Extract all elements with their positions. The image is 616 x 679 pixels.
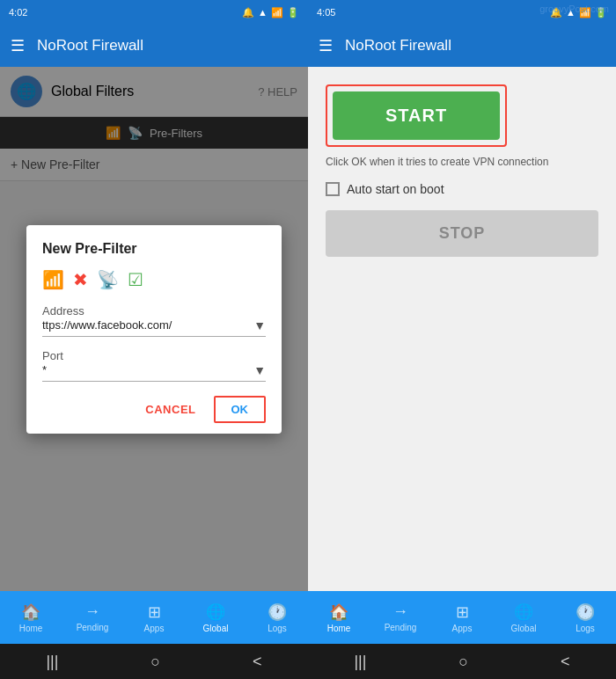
left-top-bar: ☰ NoRoot Firewall: [0, 25, 308, 67]
left-apps-icon: ⊞: [148, 602, 161, 622]
right-system-nav: ||| ○ <: [308, 644, 616, 679]
cancel-button[interactable]: CANCEL: [135, 396, 206, 423]
left-nav-pending[interactable]: → Pending: [62, 602, 123, 632]
right-nav-apps-label: Apps: [452, 624, 473, 633]
start-button[interactable]: START: [333, 91, 500, 140]
battery-icon: 🔋: [287, 7, 299, 18]
right-nav-pending-label: Pending: [385, 623, 417, 632]
right-nav-pending[interactable]: → Pending: [370, 602, 431, 632]
auto-start-row[interactable]: Auto start on boot: [326, 182, 598, 196]
left-back-btn[interactable]: <: [253, 653, 262, 671]
dialog-buttons: CANCEL OK: [42, 396, 266, 423]
left-app-title: NoRoot Firewall: [37, 37, 143, 55]
right-pending-icon: →: [392, 602, 408, 621]
left-content-area: 🌐 Global Filters ? HELP 📶 📡 Pre-Filters …: [0, 67, 308, 591]
right-back-btn[interactable]: <: [561, 653, 570, 671]
new-prefilter-dialog: New Pre-Filter 📶 ✖ 📡 ☑ Address ▼ Port: [26, 225, 282, 434]
right-nav-global[interactable]: 🌐 Global: [493, 602, 554, 633]
right-bottom-nav: 🏠 Home → Pending ⊞ Apps 🌐 Global 🕐 Logs: [308, 591, 616, 644]
right-home-icon: 🏠: [329, 602, 348, 622]
vpn-hint: Click OK when it tries to create VPN con…: [326, 156, 598, 168]
address-label: Address: [42, 304, 84, 318]
dialog-icons: 📶 ✖ 📡 ☑: [42, 269, 266, 290]
signal-status-icon: 📶: [271, 7, 283, 18]
left-status-icons: 🔔 ▲ 📶 🔋: [242, 7, 299, 18]
right-menu-icon[interactable]: ☰: [319, 36, 333, 55]
right-logs-icon: 🕐: [576, 602, 595, 622]
port-input-row[interactable]: ▼: [42, 363, 266, 382]
left-nav-apps-label: Apps: [144, 624, 165, 633]
right-home-btn[interactable]: ○: [458, 653, 468, 671]
dialog-signal-icon: 📡: [97, 269, 119, 290]
left-bottom-nav: 🏠 Home → Pending ⊞ Apps 🌐 Global 🕐 Logs: [0, 591, 308, 644]
notification-icon: 🔔: [242, 7, 254, 18]
left-nav-apps[interactable]: ⊞ Apps: [123, 602, 185, 633]
watermark: groovyPost.com: [539, 4, 609, 14]
auto-start-checkbox[interactable]: [326, 182, 340, 196]
right-nav-global-label: Global: [511, 624, 537, 633]
left-recent-btn[interactable]: |||: [46, 653, 58, 671]
dialog-title: New Pre-Filter: [42, 241, 266, 257]
left-system-nav: ||| ○ <: [0, 644, 308, 679]
left-nav-home[interactable]: 🏠 Home: [0, 602, 62, 633]
right-nav-home-label: Home: [327, 624, 351, 633]
start-container: START: [326, 84, 507, 147]
left-nav-global[interactable]: 🌐 Global: [185, 602, 246, 633]
right-apps-icon: ⊞: [456, 602, 469, 622]
right-recent-btn[interactable]: |||: [354, 653, 366, 671]
address-dropdown-icon[interactable]: ▼: [253, 318, 266, 332]
left-home-icon: 🏠: [21, 602, 40, 622]
left-time: 4:02: [9, 7, 27, 18]
auto-start-label: Auto start on boot: [347, 182, 444, 196]
ok-button[interactable]: OK: [214, 396, 267, 423]
port-field: Port ▼: [42, 347, 266, 382]
wifi-status-icon: ▲: [258, 7, 268, 18]
right-nav-apps[interactable]: ⊞ Apps: [431, 602, 493, 633]
right-app-title: NoRoot Firewall: [345, 37, 451, 55]
address-input[interactable]: [42, 318, 253, 332]
port-input[interactable]: [42, 363, 253, 376]
left-nav-pending-label: Pending: [77, 623, 109, 632]
left-nav-logs[interactable]: 🕐 Logs: [246, 602, 308, 633]
start-wrapper: START Click OK when it tries to create V…: [326, 84, 598, 168]
left-nav-logs-label: Logs: [268, 624, 287, 633]
right-top-bar: ☰ NoRoot Firewall: [308, 25, 616, 67]
phone-right: groovyPost.com 4:05 🔔 ▲ 📶 🔋 ☰ NoRoot Fir…: [308, 0, 616, 679]
left-menu-icon[interactable]: ☰: [11, 36, 25, 55]
left-global-icon: 🌐: [206, 602, 225, 622]
left-home-btn[interactable]: ○: [150, 653, 160, 671]
right-content: START Click OK when it tries to create V…: [308, 67, 616, 591]
right-time: 4:05: [317, 7, 335, 18]
dialog-overlay: New Pre-Filter 📶 ✖ 📡 ☑ Address ▼ Port: [0, 67, 308, 591]
dialog-xmark-icon: ✖: [73, 269, 88, 290]
port-label: Port: [42, 349, 63, 362]
stop-button[interactable]: STOP: [326, 210, 598, 257]
left-nav-global-label: Global: [203, 624, 229, 633]
dialog-check-icon: ☑: [128, 269, 143, 290]
right-nav-logs[interactable]: 🕐 Logs: [554, 602, 616, 633]
left-logs-icon: 🕐: [268, 602, 287, 622]
left-status-bar: 4:02 🔔 ▲ 📶 🔋: [0, 0, 308, 25]
port-dropdown-icon[interactable]: ▼: [253, 363, 266, 377]
address-field: Address ▼: [42, 303, 266, 337]
address-input-row[interactable]: ▼: [42, 318, 266, 337]
right-nav-logs-label: Logs: [576, 624, 595, 633]
left-pending-icon: →: [84, 602, 100, 621]
right-global-icon: 🌐: [514, 602, 533, 622]
left-nav-home-label: Home: [19, 624, 43, 633]
dialog-wifi-icon: 📶: [42, 269, 64, 290]
right-nav-home[interactable]: 🏠 Home: [308, 602, 370, 633]
phone-left: 4:02 🔔 ▲ 📶 🔋 ☰ NoRoot Firewall 🌐 Global …: [0, 0, 308, 679]
